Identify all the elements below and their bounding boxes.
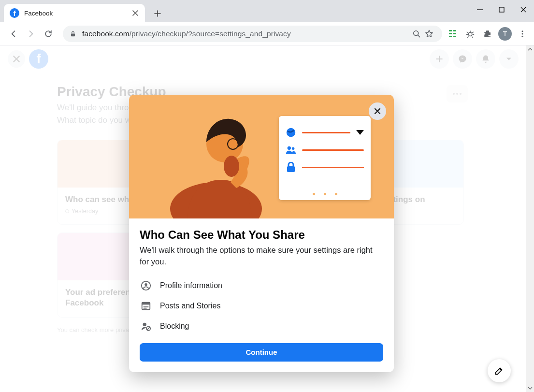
svg-rect-4 <box>453 30 456 31</box>
browser-menu-button[interactable] <box>516 27 529 41</box>
facebook-favicon: f <box>10 8 19 18</box>
url-text: facebook.com/privacy/checkup/?source=set… <box>82 29 291 38</box>
window-maximize-button[interactable] <box>491 0 512 19</box>
svg-point-19 <box>224 156 239 177</box>
scroll-up-icon[interactable] <box>526 45 534 53</box>
svg-rect-6 <box>453 33 456 34</box>
new-tab-button[interactable] <box>151 7 164 20</box>
modal-item-label: Profile information <box>160 281 222 290</box>
modal-title: Who Can See What You Share <box>140 228 383 242</box>
svg-rect-0 <box>499 7 504 12</box>
svg-point-9 <box>468 32 472 36</box>
public-icon <box>286 127 296 138</box>
svg-rect-5 <box>449 33 452 34</box>
bookmark-star-icon[interactable] <box>423 28 435 40</box>
svg-point-25 <box>144 283 147 286</box>
person-illustration <box>158 98 284 218</box>
lock-icon <box>286 162 296 173</box>
dropdown-caret-icon <box>356 130 364 135</box>
window-controls <box>469 0 534 19</box>
forward-button[interactable] <box>22 25 40 43</box>
back-button[interactable] <box>5 25 22 43</box>
modal-description: We'll walk through the options to make s… <box>140 245 383 268</box>
scroll-down-icon[interactable] <box>526 384 534 392</box>
modal-close-button[interactable] <box>369 102 386 120</box>
svg-rect-3 <box>449 30 452 31</box>
continue-button[interactable]: Continue <box>140 343 383 362</box>
window-minimize-button[interactable] <box>469 0 491 19</box>
modal-item-label: Posts and Stories <box>160 302 220 310</box>
modal-item-label: Blocking <box>160 322 189 331</box>
modal-item-posts: Posts and Stories <box>140 296 383 316</box>
extensions-puzzle-icon[interactable] <box>481 27 494 41</box>
reload-button[interactable] <box>40 25 57 43</box>
tab-title: Facebook <box>24 10 131 17</box>
svg-point-10 <box>522 30 523 32</box>
svg-point-12 <box>522 35 523 37</box>
profile-icon <box>140 279 152 292</box>
svg-rect-8 <box>453 36 456 37</box>
browser-toolbar: facebook.com/privacy/checkup/?source=set… <box>0 22 534 45</box>
svg-rect-23 <box>287 166 295 172</box>
zoom-icon[interactable] <box>410 28 423 40</box>
tab-close-icon[interactable] <box>131 9 139 17</box>
vertical-scrollbar[interactable] <box>526 45 534 392</box>
profile-avatar[interactable]: T <box>498 27 512 41</box>
modal-item-profile: Profile information <box>140 276 383 296</box>
address-bar[interactable]: facebook.com/privacy/checkup/?source=set… <box>63 26 442 42</box>
svg-point-22 <box>292 147 295 150</box>
svg-point-28 <box>143 323 146 326</box>
posts-icon <box>140 300 152 312</box>
browser-tabstrip: f Facebook <box>0 0 534 22</box>
browser-tab[interactable]: f Facebook <box>4 4 145 22</box>
window-close-button[interactable] <box>512 0 534 19</box>
extension-bug-icon[interactable] <box>463 27 477 41</box>
lock-icon <box>70 30 76 37</box>
svg-point-11 <box>522 33 523 34</box>
extension-grid-icon[interactable] <box>446 27 460 41</box>
extension-icons: T <box>446 27 529 41</box>
modal-item-blocking: Blocking <box>140 316 383 336</box>
svg-rect-7 <box>449 36 452 37</box>
svg-point-21 <box>288 146 291 150</box>
modal-hero <box>129 95 394 218</box>
compose-fab[interactable] <box>488 359 511 382</box>
blocking-icon <box>140 320 152 333</box>
privacy-modal: Who Can See What You Share We'll walk th… <box>129 95 394 372</box>
svg-rect-27 <box>142 303 150 305</box>
settings-illustration-panel <box>279 116 371 200</box>
svg-rect-1 <box>71 33 75 36</box>
friends-icon <box>286 145 296 155</box>
